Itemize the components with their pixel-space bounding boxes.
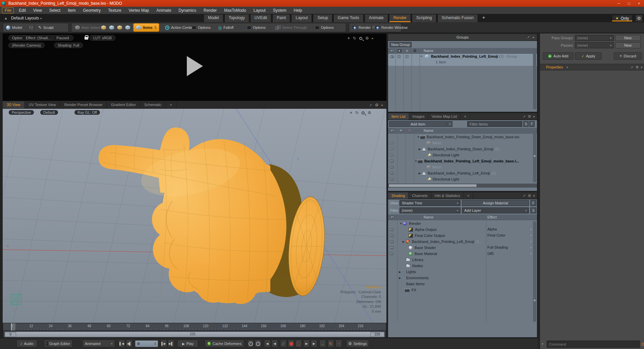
select-mode-items[interactable] xyxy=(124,24,131,31)
layout-tab-uvedit[interactable]: UVEdit xyxy=(250,14,271,22)
layout-gear-icon[interactable]: ⚙ xyxy=(635,15,643,22)
loop-button[interactable]: ↻ xyxy=(327,340,334,347)
select-through-button[interactable]: Select Through xyxy=(273,23,309,32)
discard-button[interactable]: ×Discard xyxy=(614,52,642,60)
pass-groups-new-button[interactable]: New xyxy=(615,35,641,41)
eye-icon[interactable] xyxy=(390,178,394,181)
shader-row[interactable]: Base Material xyxy=(388,251,533,257)
shader-row[interactable]: ▼Render xyxy=(388,220,533,227)
eye-icon[interactable] xyxy=(390,172,394,174)
select-through-options-button[interactable]: Options xyxy=(313,23,336,32)
apply-button[interactable]: ✓Apply xyxy=(575,52,602,60)
default-shading-dropdown[interactable]: Default xyxy=(40,110,58,115)
viewport-3d[interactable]: z -x Perspective Default Ray GL: Off + ↻… xyxy=(3,109,386,323)
eye-icon[interactable] xyxy=(390,142,394,144)
audio-button[interactable]: ♪Audio xyxy=(16,340,37,347)
model-mode-button[interactable]: ModelF2 xyxy=(4,23,35,32)
scroll-dot[interactable] xyxy=(533,155,536,157)
eye-column-icon[interactable] xyxy=(390,129,394,132)
filter-items-field[interactable]: Filter Items xyxy=(467,121,522,127)
falloff-button[interactable]: ◎Falloff xyxy=(216,23,235,32)
gear-icon[interactable]: ⚙ xyxy=(636,65,639,69)
item-row[interactable]: Mesh xyxy=(388,140,533,146)
effect-value[interactable]: (all) xyxy=(487,251,493,255)
eye-icon[interactable] xyxy=(390,246,394,249)
go-to-end-button[interactable]: ▶▌ xyxy=(168,340,174,347)
link-keys-button[interactable]: ↔ xyxy=(319,340,326,347)
panel-arrow-icon[interactable]: ▸ xyxy=(641,65,643,69)
menu-texture[interactable]: Texture xyxy=(104,7,125,13)
group-row[interactable]: + Backhand_Index_Pointing_Left_Emoji (3)… xyxy=(388,54,537,66)
rotate-icon[interactable]: ↻ xyxy=(355,110,359,115)
effect-dropdown-arrow[interactable]: ▾ xyxy=(530,252,532,255)
eye-icon[interactable] xyxy=(390,228,394,231)
menu-animate[interactable]: Animate xyxy=(153,7,175,13)
zoom-icon[interactable] xyxy=(362,111,365,114)
tab-render-preset-browser[interactable]: Render Preset Browser xyxy=(60,101,107,108)
effect-value[interactable]: Alpha xyxy=(487,227,497,231)
preview-lut-button[interactable]: LUT: sRGB xyxy=(90,35,115,41)
render-window-button[interactable]: Render Window xyxy=(373,23,410,32)
menu-maxtomodo[interactable]: MaxToModo xyxy=(220,7,250,13)
raygl-dropdown[interactable]: Ray GL: Off xyxy=(74,110,100,115)
item-row[interactable]: Mesh xyxy=(388,164,533,170)
preview-paused-button[interactable]: Paused xyxy=(52,35,73,41)
actor-button[interactable]: ▪ xyxy=(335,340,342,347)
eye-column-icon[interactable] xyxy=(390,49,394,52)
tab-item-list[interactable]: Item List xyxy=(388,113,409,120)
zoom-icon[interactable] xyxy=(359,37,362,40)
gear-icon[interactable]: ⚙ xyxy=(528,194,531,198)
layout-tab-model[interactable]: Model xyxy=(204,14,223,22)
eye-column-icon[interactable] xyxy=(390,216,394,218)
shader-row[interactable]: Library xyxy=(388,257,533,263)
default-layouts-dropdown[interactable]: Default Layouts ▾ xyxy=(11,16,42,20)
tab-properties[interactable]: Properties xyxy=(546,65,563,69)
item-row[interactable]: ▼Backhand_Index_Pointing_Down_Emoji_modo… xyxy=(388,134,537,140)
menu-render[interactable]: Render xyxy=(200,7,220,13)
next-key-alt-button[interactable]: ▶ xyxy=(311,340,317,347)
prev-key-button[interactable]: ◀ xyxy=(264,340,271,347)
s-button[interactable]: S xyxy=(530,207,536,213)
eye-icon[interactable] xyxy=(390,166,394,168)
eye-icon[interactable] xyxy=(390,160,394,162)
eye-icon[interactable] xyxy=(390,234,394,237)
prev-frame-button[interactable]: ◀▌ xyxy=(126,340,132,347)
graph-editor-button[interactable]: Graph Editor xyxy=(44,340,73,347)
expand-icon[interactable]: ↗ xyxy=(369,103,372,107)
tab-channels[interactable]: Channels xyxy=(409,192,431,199)
layout-up-icon[interactable]: ▲ xyxy=(4,16,8,20)
checkbox[interactable] xyxy=(397,55,400,58)
favorites-only-button[interactable]: ★Only xyxy=(612,15,633,22)
range-start[interactable]: 0 xyxy=(5,332,16,337)
menu-geometry[interactable]: Geometry xyxy=(79,7,105,13)
record-options-button[interactable] xyxy=(295,340,302,347)
shader-row[interactable]: ▶Environments xyxy=(388,275,533,281)
command-input[interactable] xyxy=(547,341,640,348)
shader-row[interactable]: Nodes xyxy=(388,263,533,269)
render-column-icon[interactable] xyxy=(397,49,401,52)
preview-camera-button[interactable]: (Render Camera) xyxy=(8,43,45,48)
eye-icon[interactable] xyxy=(390,148,394,150)
items-selection-button[interactable]: Items5 xyxy=(133,23,159,32)
layout-tab-topology[interactable]: Topology xyxy=(224,14,249,22)
shader-row[interactable]: Alpha Output xyxy=(388,227,533,233)
shader-row[interactable]: Bake Items xyxy=(388,281,533,287)
animated-dropdown[interactable]: Animated▾ xyxy=(82,340,115,347)
auto-key-button[interactable]: ✓ xyxy=(280,340,287,347)
next-frame-button[interactable]: ▌▶ xyxy=(160,340,167,347)
settings-button[interactable]: ⚙Settings xyxy=(346,340,369,347)
menu-item[interactable]: Item xyxy=(64,7,79,13)
timeline-ruler[interactable]: 0 12 24 36 48 60 72 84 96 108 120 132 14… xyxy=(3,323,386,331)
move-icon[interactable]: + xyxy=(350,110,352,115)
item-row[interactable]: ▼Backhand_Index_Pointing_Left_Emoji_modo… xyxy=(388,158,533,164)
lock-column-icon[interactable] xyxy=(414,50,416,52)
axis-column-icon[interactable] xyxy=(408,129,412,133)
falloff-options-button[interactable]: Options xyxy=(245,23,268,32)
go-to-start-button[interactable]: ▌◀ xyxy=(118,340,125,347)
expand-icon[interactable]: ↗ xyxy=(630,65,633,69)
item-list-hscroll-track[interactable] xyxy=(388,184,537,188)
shader-row[interactable]: Final Color Output xyxy=(388,233,533,239)
minimize-button[interactable]: ─ xyxy=(614,1,624,5)
auto-add-button[interactable]: +Auto Add xyxy=(543,52,574,60)
add-item-button[interactable]: Add Item xyxy=(389,121,447,127)
